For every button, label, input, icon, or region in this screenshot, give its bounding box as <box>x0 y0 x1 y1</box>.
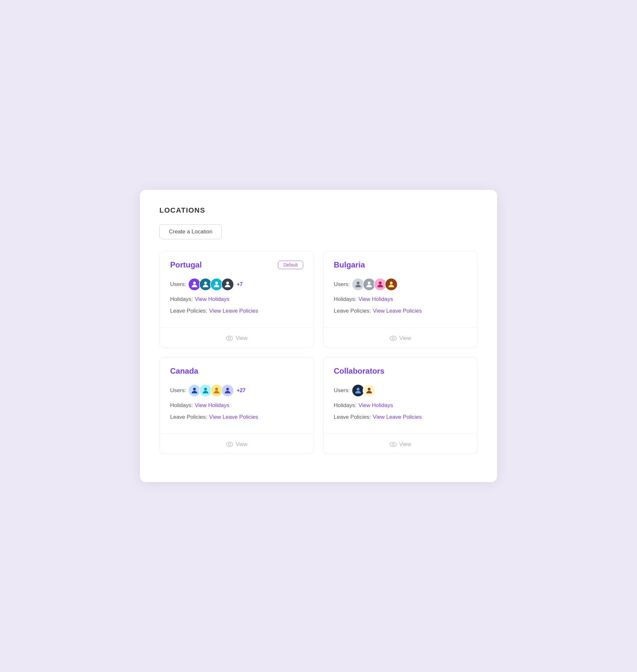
holidays-row-canada: Holidays: View Holidays <box>170 402 303 409</box>
card-footer-canada: View <box>160 433 314 454</box>
location-name-collaborators: Collaborators <box>334 366 384 376</box>
eye-icon <box>389 335 397 342</box>
view-label-portugal: View <box>236 335 248 342</box>
users-label-collaborators: Users: <box>334 387 350 394</box>
holidays-row-portugal: Holidays: View Holidays <box>170 296 303 303</box>
users-row-canada: Users: +27 <box>170 384 303 397</box>
location-name-bulgaria: Bulgaria <box>334 260 365 270</box>
location-card-collaborators: Collaborators Users: Holidays: <box>323 357 478 454</box>
svg-point-7 <box>368 281 371 284</box>
avatars-collaborators <box>352 384 374 397</box>
svg-point-3 <box>226 281 229 284</box>
svg-point-0 <box>193 281 196 284</box>
users-row-collaborators: Users: <box>334 384 467 397</box>
default-badge-portugal: Default <box>278 261 303 269</box>
svg-point-17 <box>228 443 231 446</box>
users-label-canada: Users: <box>170 387 186 394</box>
users-row-portugal: Users: <box>170 278 303 291</box>
svg-point-14 <box>215 388 218 391</box>
view-button-portugal[interactable]: View <box>160 333 314 343</box>
view-holidays-link-portugal[interactable]: View Holidays <box>195 296 229 303</box>
card-footer-portugal: View <box>160 327 314 348</box>
view-holidays-link-canada[interactable]: View Holidays <box>195 402 229 409</box>
holidays-label-portugal: Holidays: <box>170 296 193 303</box>
svg-point-19 <box>368 388 371 391</box>
svg-point-5 <box>228 337 231 340</box>
policies-row-collaborators: Leave Policies: View Leave Policies <box>334 414 467 420</box>
view-policies-link-portugal[interactable]: View Leave Policies <box>209 308 258 314</box>
holidays-label-canada: Holidays: <box>170 402 193 409</box>
avatar <box>363 384 376 397</box>
svg-point-10 <box>390 336 396 341</box>
avatars-portugal: +7 <box>188 278 242 291</box>
svg-point-2 <box>215 281 218 284</box>
svg-point-15 <box>226 388 229 391</box>
policies-row-canada: Leave Policies: View Leave Policies <box>170 414 303 420</box>
policies-row-bulgaria: Leave Policies: View Leave Policies <box>334 308 467 314</box>
avatar-count-canada: +27 <box>237 388 245 394</box>
view-policies-link-collaborators[interactable]: View Leave Policies <box>373 414 422 420</box>
card-body-collaborators: Collaborators Users: Holidays: <box>323 358 477 433</box>
avatars-bulgaria <box>352 278 396 291</box>
svg-point-12 <box>193 388 196 391</box>
svg-point-20 <box>390 442 396 447</box>
svg-point-21 <box>392 443 394 446</box>
create-location-button[interactable]: Create a Location <box>159 224 222 239</box>
holidays-row-collaborators: Holidays: View Holidays <box>334 402 467 409</box>
page-title: LOCATIONS <box>159 206 478 215</box>
svg-point-8 <box>379 281 382 284</box>
users-label-bulgaria: Users: <box>334 281 350 288</box>
view-policies-link-canada[interactable]: View Leave Policies <box>209 414 258 420</box>
policies-label-bulgaria: Leave Policies: <box>334 308 371 314</box>
policies-label-portugal: Leave Policies: <box>170 308 207 314</box>
svg-point-4 <box>226 336 233 341</box>
view-label-canada: View <box>236 441 248 448</box>
avatar-count-portugal: +7 <box>237 281 242 287</box>
avatar <box>221 384 234 397</box>
svg-point-6 <box>357 281 360 284</box>
policies-row-portugal: Leave Policies: View Leave Policies <box>170 308 303 314</box>
view-holidays-link-collaborators[interactable]: View Holidays <box>359 402 393 409</box>
view-policies-link-bulgaria[interactable]: View Leave Policies <box>373 308 422 314</box>
svg-point-16 <box>226 442 233 447</box>
card-footer-bulgaria: View <box>323 327 477 348</box>
svg-point-13 <box>204 388 207 391</box>
eye-icon <box>389 441 397 448</box>
holidays-row-bulgaria: Holidays: View Holidays <box>334 296 467 303</box>
card-header-canada: Canada <box>170 366 303 376</box>
card-header-collaborators: Collaborators <box>334 366 467 376</box>
card-body-canada: Canada Users: <box>160 358 314 433</box>
svg-point-18 <box>357 388 360 391</box>
view-label-collaborators: View <box>399 441 411 448</box>
location-name-portugal: Portugal <box>170 260 202 270</box>
card-header-bulgaria: Bulgaria <box>334 260 467 270</box>
view-button-collaborators[interactable]: View <box>323 439 477 449</box>
avatar <box>221 278 234 291</box>
locations-grid: Portugal Default Users: <box>159 251 478 454</box>
location-card-canada: Canada Users: <box>159 357 314 454</box>
svg-point-1 <box>204 281 207 284</box>
svg-point-9 <box>390 281 393 284</box>
view-button-bulgaria[interactable]: View <box>323 333 477 343</box>
view-button-canada[interactable]: View <box>160 439 314 449</box>
users-row-bulgaria: Users: <box>334 278 467 291</box>
eye-icon <box>226 441 233 448</box>
policies-label-canada: Leave Policies: <box>170 414 207 420</box>
location-card-bulgaria: Bulgaria Users: <box>323 251 478 348</box>
users-label-portugal: Users: <box>170 281 186 288</box>
card-footer-collaborators: View <box>323 433 477 454</box>
view-holidays-link-bulgaria[interactable]: View Holidays <box>359 296 393 303</box>
card-header-portugal: Portugal Default <box>170 260 303 270</box>
avatars-canada: +27 <box>188 384 245 397</box>
avatar <box>385 278 398 291</box>
policies-label-collaborators: Leave Policies: <box>334 414 371 420</box>
main-container: LOCATIONS Create a Location Portugal Def… <box>140 190 497 482</box>
eye-icon <box>226 335 233 342</box>
holidays-label-bulgaria: Holidays: <box>334 296 357 303</box>
card-body-portugal: Portugal Default Users: <box>160 251 314 327</box>
holidays-label-collaborators: Holidays: <box>334 402 357 409</box>
svg-point-11 <box>392 337 394 340</box>
card-body-bulgaria: Bulgaria Users: <box>323 251 477 327</box>
location-card-portugal: Portugal Default Users: <box>159 251 314 348</box>
location-name-canada: Canada <box>170 366 198 376</box>
